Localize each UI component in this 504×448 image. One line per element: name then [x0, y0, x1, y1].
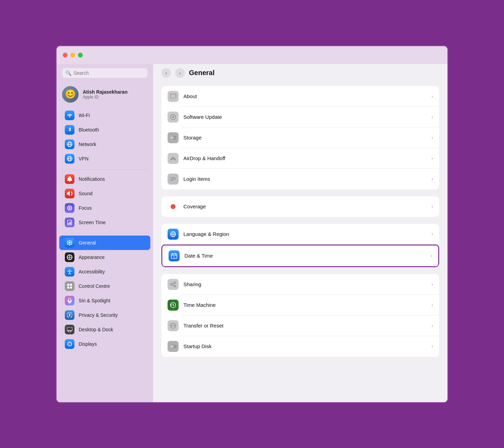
svg-point-48 — [174, 282, 176, 283]
sidebar-item-label-wifi: Wi-Fi — [79, 113, 90, 118]
sidebar-item-appearance[interactable]: Appearance — [59, 250, 150, 264]
sidebar-item-controlcentre[interactable]: Control Centre — [59, 279, 150, 293]
sidebar-item-bluetooth[interactable]: Bluetooth — [59, 123, 150, 137]
sidebar-item-label-privacy: Privacy & Security — [79, 312, 118, 318]
wifi-icon — [65, 111, 74, 120]
settings-row-storage[interactable]: Storage › — [161, 127, 439, 148]
appearance-icon — [65, 252, 74, 262]
sidebar-divider-1 — [62, 169, 148, 170]
maximize-button[interactable] — [78, 53, 83, 58]
datetime-icon: 12 — [169, 250, 180, 261]
language-icon — [168, 229, 179, 240]
siri-icon — [65, 296, 74, 305]
bluetooth-icon — [65, 125, 74, 135]
sidebar-item-general[interactable]: General — [59, 236, 150, 250]
svg-rect-29 — [172, 98, 174, 99]
sidebar-item-screentime[interactable]: Screen Time — [59, 215, 150, 230]
settings-row-coverage[interactable]:  Coverage › — [161, 196, 439, 217]
svg-line-51 — [172, 283, 174, 284]
timemachine-chevron: › — [432, 302, 433, 308]
close-button[interactable] — [63, 53, 68, 58]
coverage-chevron: › — [432, 204, 433, 209]
sidebar-item-notifications[interactable]: Notifications — [59, 172, 150, 186]
login-items-chevron: › — [432, 176, 433, 181]
user-info: Atish Rajasekharan Apple ID — [83, 89, 128, 100]
settings-row-timemachine[interactable]: Time Machine › — [161, 295, 439, 315]
transfer-chevron: › — [432, 323, 433, 328]
settings-row-label-timemachine: Time Machine — [183, 302, 427, 308]
svg-rect-8 — [69, 222, 70, 224]
about-icon — [168, 91, 179, 102]
svg-text:12: 12 — [173, 256, 175, 258]
svg-rect-33 — [170, 136, 173, 139]
transfer-icon — [168, 320, 179, 331]
svg-rect-16 — [70, 286, 72, 289]
sidebar-item-sound[interactable]: Sound — [59, 186, 150, 201]
desktop-icon — [65, 325, 74, 334]
screentime-icon — [65, 218, 74, 227]
sidebar-item-accessibility[interactable]: Accessibility — [59, 264, 150, 279]
sidebar-item-label-bluetooth: Bluetooth — [79, 127, 99, 133]
settings-row-language[interactable]: Language & Region › — [161, 224, 439, 244]
sidebar-network-section: Wi-Fi Bluetooth Network — [57, 108, 153, 166]
settings-row-sharing[interactable]: Sharing › — [161, 274, 439, 295]
svg-point-50 — [174, 285, 176, 287]
svg-rect-13 — [67, 284, 69, 286]
titlebar — [57, 46, 447, 64]
sidebar-pref-section: General Appearance Accessibility — [57, 236, 153, 351]
settings-row-label-about: About — [183, 93, 427, 99]
settings-group-2:  Coverage › — [161, 196, 439, 217]
software-update-chevron: › — [432, 114, 433, 119]
minimize-button[interactable] — [70, 53, 75, 58]
settings-row-about[interactable]: About › — [161, 86, 439, 107]
coverage-icon:  — [168, 201, 179, 212]
settings-row-software-update[interactable]: Software Update › — [161, 107, 439, 127]
back-button[interactable]: ‹ — [161, 68, 171, 78]
sidebar-item-label-accessibility: Accessibility — [79, 269, 105, 274]
privacy-icon — [65, 310, 74, 320]
avatar: 😊 — [62, 86, 79, 103]
svg-rect-14 — [70, 284, 72, 286]
svg-point-10 — [69, 242, 71, 243]
settings-row-label-transfer: Transfer or Reset — [183, 323, 427, 329]
settings-row-startup[interactable]: Startup Disk › — [161, 336, 439, 357]
sharing-chevron: › — [432, 282, 433, 287]
sidebar-item-displays[interactable]: Displays — [59, 337, 150, 351]
settings-group-1: About › Software Update › — [161, 86, 439, 189]
general-icon — [65, 238, 74, 248]
settings-row-transfer[interactable]: Transfer or Reset › — [161, 315, 439, 336]
settings-row-datetime[interactable]: 12 Date & Time › — [161, 244, 439, 267]
settings-row-airdrop[interactable]: AirDrop & Handoff › — [161, 148, 439, 169]
sidebar-item-label-desktop: Desktop & Dock — [79, 327, 113, 332]
login-items-icon — [168, 174, 179, 185]
page-title: General — [189, 69, 214, 77]
focus-icon — [65, 203, 74, 213]
user-profile[interactable]: 😊 Atish Rajasekharan Apple ID — [57, 83, 153, 108]
sidebar-item-vpn[interactable]: VPN — [59, 152, 150, 166]
sidebar-item-focus[interactable]: Focus — [59, 201, 150, 215]
search-bar[interactable]: 🔍 — [62, 68, 148, 78]
sidebar-item-network[interactable]: Network — [59, 137, 150, 152]
settings-group-3: Language & Region › 12 Date & Time › — [161, 224, 439, 267]
sidebar-item-siri[interactable]: Siri & Spotlight — [59, 293, 150, 308]
settings-row-label-sharing: Sharing — [183, 281, 427, 287]
user-sub: Apple ID — [83, 95, 128, 100]
settings-row-login-items[interactable]: Login Items › — [161, 169, 439, 189]
svg-point-12 — [69, 269, 70, 270]
notifications-icon — [65, 174, 74, 184]
sidebar-item-label-vpn: VPN — [79, 156, 89, 162]
sidebar-item-desktop[interactable]: Desktop & Dock — [59, 322, 150, 337]
svg-point-56 — [174, 346, 175, 347]
sound-icon — [65, 189, 74, 198]
search-input[interactable] — [73, 70, 144, 76]
forward-button[interactable]: › — [175, 68, 185, 78]
settings-row-label-language: Language & Region — [183, 231, 427, 237]
svg-line-52 — [172, 285, 174, 286]
accessibility-icon — [65, 267, 74, 277]
svg-rect-15 — [67, 286, 69, 289]
sidebar-item-privacy[interactable]: Privacy & Security — [59, 308, 150, 322]
sidebar-item-label-network: Network — [79, 142, 96, 147]
sidebar-item-wifi[interactable]: Wi-Fi — [59, 108, 150, 123]
user-name: Atish Rajasekharan — [83, 89, 128, 95]
content-area: 🔍 😊 Atish Rajasekharan Apple ID Wi-Fi — [57, 64, 447, 402]
